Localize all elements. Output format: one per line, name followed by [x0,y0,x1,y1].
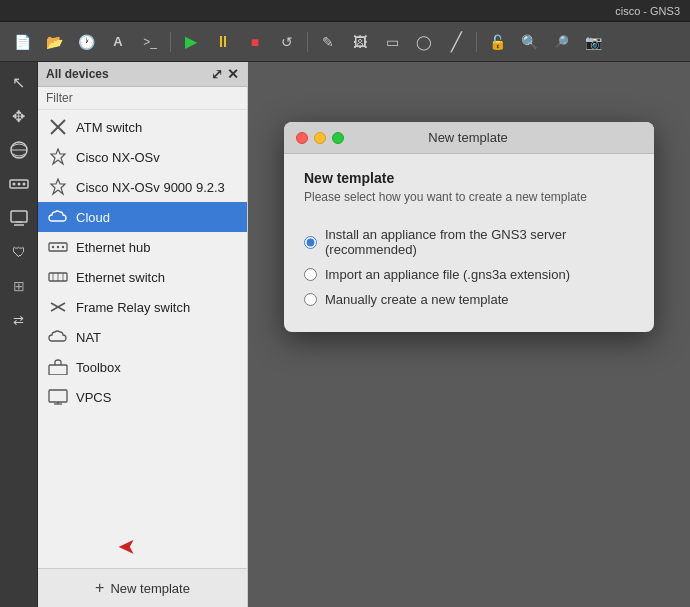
reload-icon[interactable]: ↺ [273,28,301,56]
device-label: ATM switch [76,120,142,135]
device-panel-title: All devices [46,67,109,81]
dialog-title: New template [428,130,507,145]
device-panel-header: All devices ⤢ ✕ [38,62,247,87]
window-title: cisco - GNS3 [615,5,680,17]
svg-point-13 [57,246,59,248]
device-label: Frame Relay switch [76,300,190,315]
panel-expand-icon[interactable]: ⤢ [211,66,223,82]
radio-file[interactable] [304,268,317,281]
device-label: Cisco NX-OSv 9000 9.2.3 [76,180,225,195]
close-button[interactable] [296,132,308,144]
cisco-nxosv-9000-icon [48,177,68,197]
image-icon[interactable]: 🖼 [346,28,374,56]
sep-3 [476,32,477,52]
device-item-atm-switch[interactable]: ATM switch [38,112,247,142]
vpcs-icon [48,387,68,407]
plus-icon: + [95,579,104,597]
end-devices-filter[interactable] [3,202,35,234]
svg-point-14 [62,246,64,248]
radio-server[interactable] [304,236,317,249]
filter-area: Filter [38,87,247,110]
dialog-option-manual[interactable]: Manually create a new template [304,287,634,312]
history-icon[interactable]: 🕐 [72,28,100,56]
device-item-vpcs[interactable]: VPCS [38,382,247,412]
move-tool[interactable]: ✥ [3,100,35,132]
new-template-label: New template [110,581,189,596]
device-label: Cisco NX-OSv [76,150,160,165]
pause-button[interactable]: ⏸ [209,28,237,56]
dialog-heading: New template [304,170,634,186]
switches-filter[interactable] [3,168,35,200]
ellipse-icon[interactable]: ◯ [410,28,438,56]
all-devices-filter[interactable]: ⊞ [3,270,35,302]
new-template-dialog: New template New template Please select … [284,122,654,332]
lock-icon[interactable]: 🔓 [483,28,511,56]
sep-1 [170,32,171,52]
device-item-toolbox[interactable]: Toolbox [38,352,247,382]
device-label: NAT [76,330,101,345]
device-label: Cloud [76,210,110,225]
dialog-titlebar: New template [284,122,654,154]
device-item-cisco-nxosv-9000[interactable]: Cisco NX-OSv 9000 9.2.3 [38,172,247,202]
security-filter[interactable]: 🛡 [3,236,35,268]
svg-point-5 [22,183,25,186]
line-icon[interactable]: ╱ [442,28,470,56]
device-item-frame-relay-switch[interactable]: Frame Relay switch [38,292,247,322]
open-file-icon[interactable]: 📂 [40,28,68,56]
svg-rect-22 [49,390,67,402]
swap-icon[interactable]: ⇄ [3,304,35,336]
canvas-area[interactable]: New template New template Please select … [248,62,690,607]
cloud-icon [48,207,68,227]
stop-button[interactable]: ■ [241,28,269,56]
edit-icon[interactable]: ✎ [314,28,342,56]
device-item-nat[interactable]: NAT [38,322,247,352]
option-manual-label: Manually create a new template [325,292,509,307]
dialog-option-server[interactable]: Install an appliance from the GNS3 serve… [304,222,634,262]
device-label: Ethernet hub [76,240,150,255]
cisco-nxosv-icon [48,147,68,167]
minimize-button[interactable] [314,132,326,144]
sidebar-icons: ↖ ✥ 🛡 ⊞ ⇄ [0,62,38,607]
toolbar: 📄 📂 🕐 A >_ ▶ ⏸ ■ ↺ ✎ 🖼 ▭ ◯ ╱ 🔓 🔍 🔎 📷 [0,22,690,62]
rectangle-icon[interactable]: ▭ [378,28,406,56]
svg-point-12 [52,246,54,248]
option-server-label: Install an appliance from the GNS3 serve… [325,227,634,257]
text-icon[interactable]: A [104,28,132,56]
device-item-cisco-nxosv[interactable]: Cisco NX-OSv [38,142,247,172]
device-label: Ethernet switch [76,270,165,285]
maximize-button[interactable] [332,132,344,144]
ethernet-hub-icon [48,237,68,257]
option-file-label: Import an appliance file (.gns3a extensi… [325,267,570,282]
svg-rect-21 [49,365,67,375]
new-file-icon[interactable]: 📄 [8,28,36,56]
dialog-subheading: Please select how you want to create a n… [304,190,634,204]
dialog-option-file[interactable]: Import an appliance file (.gns3a extensi… [304,262,634,287]
panel-close-icon[interactable]: ✕ [227,66,239,82]
sep-2 [307,32,308,52]
svg-point-3 [12,183,15,186]
nat-icon [48,327,68,347]
dialog-overlay: New template New template Please select … [248,62,690,607]
terminal-icon[interactable]: >_ [136,28,164,56]
routers-filter[interactable] [3,134,35,166]
device-item-ethernet-switch[interactable]: Ethernet switch [38,262,247,292]
zoom-out-icon[interactable]: 🔎 [547,28,575,56]
play-button[interactable]: ▶ [177,28,205,56]
screenshot-icon[interactable]: 📷 [579,28,607,56]
svg-point-4 [17,183,20,186]
cursor-tool[interactable]: ↖ [3,66,35,98]
device-item-ethernet-hub[interactable]: Ethernet hub [38,232,247,262]
ethernet-switch-icon [48,267,68,287]
radio-manual[interactable] [304,293,317,306]
atm-switch-icon [48,117,68,137]
title-bar: cisco - GNS3 [0,0,690,22]
panel-header-icons: ⤢ ✕ [211,66,239,82]
svg-rect-6 [11,211,27,222]
device-item-cloud[interactable]: Cloud [38,202,247,232]
device-list: ATM switch Cisco NX-OSv Cisco NX-O [38,110,247,568]
frame-relay-switch-icon [48,297,68,317]
filter-label: Filter [46,91,73,105]
new-template-button[interactable]: ➤ + New template [38,568,247,607]
zoom-in-icon[interactable]: 🔍 [515,28,543,56]
device-label: Toolbox [76,360,121,375]
